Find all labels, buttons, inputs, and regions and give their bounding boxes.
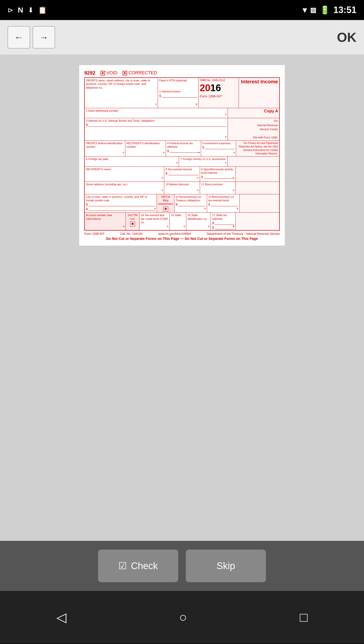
field8-label: 8 Tax-exempt interest xyxy=(165,168,198,171)
back-nav-icon[interactable]: ◁ xyxy=(56,610,66,625)
payer-fed-id-cell: PAYER'S federal identification number * xyxy=(85,141,125,156)
copy-a-cell: Copy A xyxy=(228,108,279,118)
wallet-icon: ⊳ xyxy=(8,6,13,14)
field5-dollar-line: $ xyxy=(202,145,235,149)
recipient-name-label: RECIPIENT'S name xyxy=(86,168,163,171)
field6-asterisk: * xyxy=(176,162,178,166)
account-number-label: Account number (see instructions) xyxy=(86,213,124,221)
field15-label: 15 State xyxy=(171,213,185,217)
account-number-cell: Account number (see instructions) * xyxy=(85,213,126,230)
market-discount-cell: 10 Market discount * xyxy=(164,182,200,194)
field3-label: 3 Interest on U.S. Savings Bonds and Tre… xyxy=(86,119,226,122)
form-row-3: 3 Interest on U.S. Savings Bonds and Tre… xyxy=(85,118,279,141)
action-bar: ☑ Check Skip xyxy=(0,541,364,591)
footer-dept: Department of the Treasury - Internal Re… xyxy=(207,232,280,236)
forward-button[interactable]: → xyxy=(33,26,55,49)
field7-asterisk: * xyxy=(225,162,226,166)
field4-dollar: $ xyxy=(167,149,169,153)
field17-label: 17 State tax withheld xyxy=(212,213,234,221)
payer-rtn-label: Payer's RTN (optional) xyxy=(159,79,197,82)
field9-dollar: $ xyxy=(201,175,203,179)
ok-button[interactable]: OK xyxy=(337,30,356,45)
omb-year-cell: OMB No. 1545-0112 2016 Form 1099-INT xyxy=(199,78,239,108)
check-label: Check xyxy=(131,561,158,571)
foreign-tax-paid-cell: 6 Foreign tax paid * xyxy=(85,156,179,167)
footer-form-name: Form 1099-INT xyxy=(84,232,105,236)
corrected-label: CORRECTED xyxy=(129,70,157,76)
field1-dollar-line: $ xyxy=(159,94,197,98)
payer-name-asterisk: * xyxy=(155,103,157,107)
skip-label: Skip xyxy=(217,561,235,571)
field7-label: 7 Foreign country or U.S. possession xyxy=(180,157,226,161)
field17-dollar1: $ xyxy=(212,221,234,225)
recipient-id-label: RECIPIENT'S identification number xyxy=(127,141,164,149)
payer-name-label: PAYER'S name, street address, city or to… xyxy=(86,79,156,89)
void-checkbox[interactable]: ✱ xyxy=(101,71,105,75)
field1-dollar: $ xyxy=(159,94,161,98)
back-button[interactable]: ← xyxy=(8,26,30,49)
fatca-label: FATCA filing requirement xyxy=(158,195,173,206)
tin2nd-checkbox[interactable]: ✱ xyxy=(130,222,135,227)
row7-right-spacer xyxy=(236,182,279,194)
field5-asterisk: * xyxy=(233,151,235,156)
field16-label: 16 State identification no. xyxy=(188,213,210,221)
clock: 13:51 xyxy=(333,5,356,15)
field13-asterisk: * xyxy=(237,207,238,212)
recipient-name-asterisk: * xyxy=(161,177,163,181)
irs-info-cell: For Internal Revenue Service Center File… xyxy=(228,118,279,140)
field12-label: 12 Bond premium on Treasury obligations xyxy=(176,195,206,202)
corrected-checkbox[interactable]: ✱ xyxy=(123,71,127,75)
year-20: 20 xyxy=(200,83,210,93)
fatca-cell: FATCA filing requirement ✱ xyxy=(157,194,174,213)
specified-private-cell: 9 Specified private activity bond intere… xyxy=(200,167,236,182)
form-row-4: PAYER'S federal identification number * … xyxy=(85,141,279,156)
clipboard-icon: 📋 xyxy=(38,6,47,14)
row9-right-spacer xyxy=(236,213,279,230)
recipient-name-cell: RECIPIENT'S name * xyxy=(85,167,164,182)
payer-fed-id-label: PAYER'S federal identification number xyxy=(86,141,124,149)
skip-button[interactable]: Skip xyxy=(186,550,266,582)
city-asterisk: * xyxy=(154,207,156,212)
bond-premium-cell: 11 Bond premium * xyxy=(200,182,236,194)
field4-dollar-line: $ xyxy=(167,149,200,153)
form-type-label: Form 1099-INT xyxy=(200,94,238,98)
field4-asterisk: * xyxy=(198,151,200,156)
form-year: 2016 xyxy=(200,83,238,93)
corrected-checkbox-label: ✱ CORRECTED xyxy=(123,70,157,76)
fed-income-tax-cell: 4 Federal income tax withheld $ * xyxy=(166,141,201,156)
form-row-2: 2 Early withdrawal penalty * Copy A xyxy=(85,108,279,118)
form-row-5: 6 Foreign tax paid * 7 Foreign country o… xyxy=(85,156,279,167)
fatca-checkbox[interactable]: ✱ xyxy=(163,207,168,212)
state-id-cell: 16 State identification no. * xyxy=(186,213,211,230)
city-dollar-line: $ xyxy=(86,203,155,206)
cusip-cell: 14 Tax-exempt and tax credit bond CUSIP … xyxy=(140,213,170,230)
tin2nd-cell: 2nd TIN not. ✱ xyxy=(126,213,140,230)
field13-label: 13 Bond premium on tax-exempt bond xyxy=(208,195,238,202)
ok-label: OK xyxy=(337,30,356,45)
city-dollar-line2: $ xyxy=(86,207,155,211)
irs-info: For Internal Revenue Service Center File… xyxy=(229,119,278,140)
check-button[interactable]: ☑ Check xyxy=(98,550,178,582)
field14-label: 14 Tax-exempt and tax credit bond CUSIP … xyxy=(141,213,168,224)
recents-nav-icon[interactable]: □ xyxy=(300,610,308,625)
footer-url: www.irs.gov/form1099int xyxy=(158,232,191,236)
field13-dollar-line: $ xyxy=(208,203,238,206)
bottom-nav: ◁ ○ □ xyxy=(0,591,364,643)
n-icon: N xyxy=(18,6,23,14)
field9-asterisk: * xyxy=(233,177,234,181)
field12-asterisk: * xyxy=(204,207,206,212)
home-nav-icon[interactable]: ○ xyxy=(179,610,187,625)
field2-label: 2 Early withdrawal penalty xyxy=(86,109,226,112)
street-address-label: Street address (including apt. no.) xyxy=(86,183,163,186)
city-state-label: City or town, state or province, country… xyxy=(86,195,155,202)
street-asterisk: * xyxy=(161,189,163,194)
field9-dollar-line: $ xyxy=(201,175,234,179)
field11-label: 11 Bond premium xyxy=(201,183,234,186)
payer-rtn-cell: Payer's RTN (optional) * 1 Interest inco… xyxy=(158,78,199,108)
field5-label: 5 Investment expenses xyxy=(202,141,235,145)
street-address-cell: Street address (including apt. no.) * xyxy=(85,182,164,194)
status-icons-right: ▾ ▨ 🔋 13:51 xyxy=(303,5,356,15)
void-checkbox-label: ✱ VOID xyxy=(101,70,118,76)
toolbar: ← → OK xyxy=(0,20,364,55)
copy-a-label: Copy A xyxy=(229,109,278,113)
